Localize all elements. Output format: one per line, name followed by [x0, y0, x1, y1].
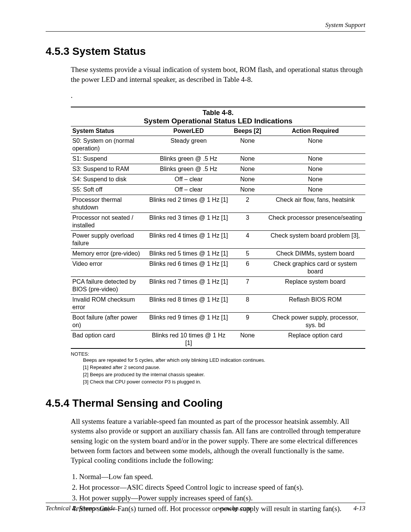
- cell-led: Off – clear: [147, 185, 230, 195]
- cell-action: None: [265, 185, 365, 195]
- cell-beeps: None: [230, 185, 265, 195]
- cell-status: Processor thermal shutdown: [71, 195, 147, 213]
- th-led: PowerLED: [147, 126, 230, 136]
- note-line: Beeps are repeated for 5 cycles, after w…: [83, 357, 365, 364]
- table-row: Bad option cardBlinks red 10 times @ 1 H…: [71, 331, 365, 349]
- cell-action: Check DIMMs, system board: [265, 249, 365, 259]
- page: System Support 4.5.3 System Status These…: [0, 0, 411, 532]
- cell-led: Steady green: [147, 136, 230, 154]
- notes-label: NOTES:: [71, 351, 365, 357]
- cell-action: Reflash BIOS ROM: [265, 295, 365, 313]
- section2-number: 4.5.4: [46, 397, 69, 409]
- cell-led: Off – clear: [147, 174, 230, 185]
- cell-action: Check system board problem [3],: [265, 231, 365, 249]
- section1-body: These systems provide a visual indicatio…: [46, 65, 365, 386]
- cell-beeps: 3: [230, 213, 265, 231]
- cell-action: None: [265, 154, 365, 164]
- section-heading-status: 4.5.3 System Status: [46, 45, 365, 58]
- running-header: System Support: [46, 21, 365, 29]
- cell-led: Blinks red 6 times @ 1 Hz [1]: [147, 259, 230, 277]
- cell-led: Blinks green @ .5 Hz: [147, 164, 230, 174]
- cell-status: PCA failure detected by BIOS (pre-video): [71, 277, 147, 295]
- cell-led: Blinks green @ .5 Hz: [147, 154, 230, 164]
- cell-beeps: 4: [230, 231, 265, 249]
- th-action: Action Required: [265, 126, 365, 136]
- table-row: Power supply overload failureBlinks red …: [71, 231, 365, 249]
- table-4-8: Table 4-8. System Operational Status LED…: [71, 107, 365, 385]
- page-footer: Technical Reference Guide www.hp.com 4-1…: [46, 503, 365, 512]
- section2-body: All systems feature a variable-speed fan…: [46, 417, 365, 513]
- cell-status: S3: Suspend to RAM: [71, 164, 147, 174]
- table-row: PCA failure detected by BIOS (pre-video)…: [71, 277, 365, 295]
- section-heading-thermal: 4.5.4 Thermal Sensing and Cooling: [46, 397, 365, 409]
- cell-status: S4: Suspend to disk: [71, 174, 147, 185]
- table-notes: NOTES: Beeps are repeated for 5 cycles, …: [71, 351, 365, 385]
- cell-status: Video error: [71, 259, 147, 277]
- table-row: Invalid ROM checksum errorBlinks red 8 t…: [71, 295, 365, 313]
- list-item: Hot processor—ASIC directs Speed Control…: [79, 483, 365, 492]
- table-row: Boot failure (after power on)Blinks red …: [71, 313, 365, 331]
- footer-center: www.hp.com: [218, 505, 251, 512]
- cell-action: Check air flow, fans, heatsink: [265, 195, 365, 213]
- cell-status: S5: Soft off: [71, 185, 147, 195]
- footer-rule: [46, 503, 365, 503]
- cell-beeps: 7: [230, 277, 265, 295]
- note-line: [2] Beeps are produced by the internal c…: [83, 371, 365, 379]
- table-row: Processor not seated / installedBlinks r…: [71, 213, 365, 231]
- cell-status: Power supply overload failure: [71, 231, 147, 249]
- table-row: Memory error (pre-video)Blinks red 5 tim…: [71, 249, 365, 259]
- table-row: S5: Soft offOff – clearNoneNone: [71, 185, 365, 195]
- section-title: System Status: [72, 45, 146, 57]
- table-row: S4: Suspend to diskOff – clearNoneNone: [71, 174, 365, 185]
- section2-paragraph: All systems feature a variable-speed fan…: [71, 417, 365, 465]
- header-rule: [46, 31, 365, 32]
- list-item: Normal—Low fan speed.: [79, 473, 365, 481]
- cell-led: Blinks red 2 times @ 1 Hz [1]: [147, 195, 230, 213]
- cell-status: Memory error (pre-video): [71, 249, 147, 259]
- table-label: Table 4-8.: [71, 107, 365, 117]
- cell-action: None: [265, 174, 365, 185]
- cell-beeps: None: [230, 136, 265, 154]
- cell-beeps: 8: [230, 295, 265, 313]
- cell-beeps: None: [230, 154, 265, 164]
- th-beeps: Beeps [2]: [230, 126, 265, 136]
- cell-action: Check graphics card or system board: [265, 259, 365, 277]
- th-status: System Status: [71, 126, 147, 136]
- cell-beeps: 5: [230, 249, 265, 259]
- table-header-row: System Status PowerLED Beeps [2] Action …: [71, 126, 365, 136]
- section2-title: Thermal Sensing and Cooling: [72, 397, 223, 409]
- cell-action: None: [265, 136, 365, 154]
- table-row: Processor thermal shutdownBlinks red 2 t…: [71, 195, 365, 213]
- cell-status: Processor not seated / installed: [71, 213, 147, 231]
- cell-status: S1: Suspend: [71, 154, 147, 164]
- led-table: System Status PowerLED Beeps [2] Action …: [71, 126, 365, 349]
- cell-led: Blinks red 10 times @ 1 Hz [1]: [147, 331, 230, 349]
- list-item: Hot power supply—Power supply increases …: [79, 494, 365, 502]
- cell-led: Blinks red 3 times @ 1 Hz [1]: [147, 213, 230, 231]
- cell-beeps: 9: [230, 313, 265, 331]
- cell-status: Bad option card: [71, 331, 147, 349]
- cell-led: Blinks red 9 times @ 1 Hz [1]: [147, 313, 230, 331]
- cell-action: Replace system board: [265, 277, 365, 295]
- cell-action: Replace option card: [265, 331, 365, 349]
- cell-action: None: [265, 164, 365, 174]
- cell-led: Blinks red 7 times @ 1 Hz [1]: [147, 277, 230, 295]
- cell-beeps: None: [230, 164, 265, 174]
- note-line: [1] Repeated after 2 second pause.: [83, 364, 365, 371]
- table-title: System Operational Status LED Indication…: [71, 117, 365, 126]
- section1-paragraph: These systems provide a visual indicatio…: [71, 65, 365, 84]
- footer-left: Technical Reference Guide: [46, 505, 115, 512]
- table-row: S0: System on (normal operation)Steady g…: [71, 136, 365, 154]
- cell-led: Blinks red 5 times @ 1 Hz [1]: [147, 249, 230, 259]
- cell-beeps: 6: [230, 259, 265, 277]
- table-row: Video errorBlinks red 6 times @ 1 Hz [1]…: [71, 259, 365, 277]
- cell-beeps: None: [230, 331, 265, 349]
- cell-beeps: 2: [230, 195, 265, 213]
- section-number: 4.5.3: [46, 45, 69, 57]
- note-line: [3] Check that CPU power connector P3 is…: [83, 379, 365, 386]
- footer-right: 4-13: [354, 505, 365, 512]
- table-row: S3: Suspend to RAMBlinks green @ .5 HzNo…: [71, 164, 365, 174]
- cell-status: Invalid ROM checksum error: [71, 295, 147, 313]
- cell-action: Check processor presence/seating: [265, 213, 365, 231]
- cell-status: S0: System on (normal operation): [71, 136, 147, 154]
